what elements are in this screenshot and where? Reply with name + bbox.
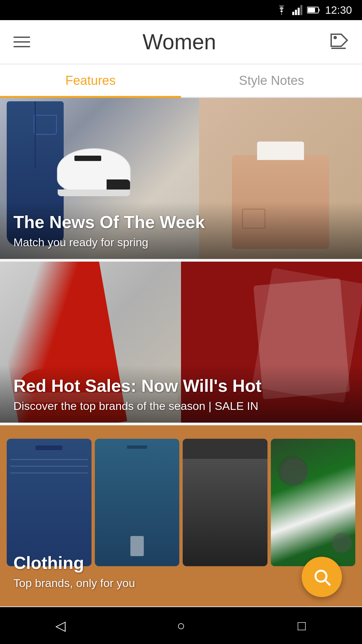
svg-line-10 — [325, 581, 330, 585]
card-news-of-week[interactable]: The News Of The Week Match you ready for… — [0, 98, 362, 259]
home-button[interactable]: ○ — [168, 612, 194, 639]
card-2-subtitle: Discover the top brands of the season | … — [13, 399, 349, 413]
status-bar: 12:30 — [0, 0, 362, 20]
app-bar: Women — [0, 20, 362, 64]
tag-icon[interactable] — [328, 33, 349, 51]
svg-point-7 — [334, 36, 337, 39]
card-red-hot[interactable]: Red Hot Sales: Now Will's Hot Discover t… — [0, 262, 362, 423]
search-fab[interactable] — [302, 557, 342, 597]
wifi-icon — [276, 5, 288, 15]
status-time: 12:30 — [325, 4, 352, 16]
card-2-overlay: Red Hot Sales: Now Will's Hot Discover t… — [0, 365, 362, 423]
svg-rect-6 — [308, 8, 315, 12]
svg-rect-1 — [295, 10, 297, 15]
battery-icon — [307, 6, 320, 14]
signal-icon — [292, 5, 302, 15]
tab-style-notes[interactable]: Style Notes — [181, 64, 362, 97]
recent-button[interactable]: □ — [288, 612, 315, 639]
card-1-overlay: The News Of The Week Match you ready for… — [0, 202, 362, 259]
status-icons: 12:30 — [276, 4, 352, 16]
svg-rect-0 — [292, 12, 294, 15]
card-1-subtitle: Match you ready for spring — [13, 236, 349, 249]
svg-rect-5 — [318, 9, 320, 11]
tab-bar: Features Style Notes — [0, 64, 362, 98]
card-3-subtitle: Top brands, only for you — [13, 577, 349, 590]
card-2-title: Red Hot Sales: Now Will's Hot — [13, 375, 349, 396]
menu-button[interactable] — [13, 37, 30, 47]
bottom-nav: ◁ ○ □ — [0, 607, 362, 644]
svg-rect-3 — [300, 5, 302, 15]
back-button[interactable]: ◁ — [47, 612, 74, 639]
card-1-title: The News Of The Week — [13, 212, 349, 232]
svg-rect-2 — [298, 8, 300, 15]
tab-features[interactable]: Features — [0, 64, 181, 97]
search-icon — [312, 568, 331, 586]
page-title: Women — [142, 30, 216, 54]
card-3-title: Clothing — [13, 552, 349, 573]
